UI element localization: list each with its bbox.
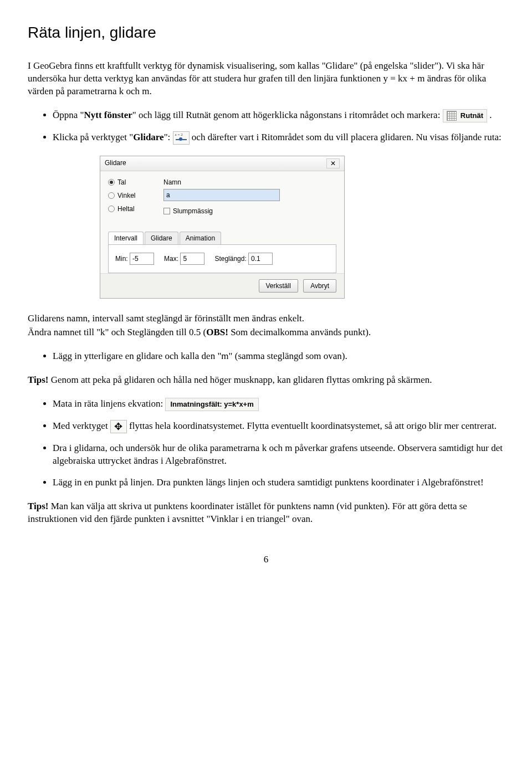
dialog-title: Glidare: [105, 158, 126, 168]
rutnat-menu-item: Rutnät: [443, 109, 487, 122]
slider-tool-icon: [173, 131, 190, 145]
bullet-input-equation: Mata in räta linjens ekvation: Inmatning…: [53, 398, 504, 411]
min-label: Min:: [115, 255, 128, 263]
max-input[interactable]: 5: [180, 253, 204, 265]
page-number: 6: [28, 553, 504, 566]
bullet-move-tool: Med verktyget ✥ flyttas hela koordinatsy…: [53, 420, 504, 433]
close-icon[interactable]: ✕: [326, 158, 340, 168]
bullet-open-window: Öppna "Nytt fönster" och lägg till Rutnä…: [53, 109, 504, 122]
name-label: Namn: [163, 178, 336, 187]
random-checkbox[interactable]: Slumpmässig: [163, 207, 336, 216]
slider-dialog: Glidare ✕ Tal Vinkel Heltal Namn a Slump…: [100, 156, 345, 299]
grid-icon: [447, 111, 457, 121]
step-input[interactable]: 0.1: [248, 253, 273, 265]
move-graphics-icon: ✥: [110, 420, 127, 433]
max-label: Max:: [164, 255, 178, 263]
tips-2: Tips! Man kan välja att skriva ut punkte…: [28, 500, 504, 526]
intro-paragraph: I GeoGebra finns ett kraftfullt verktyg …: [28, 60, 504, 98]
bullet-drag-sliders: Dra i glidarna, och undersök hur de olik…: [53, 442, 504, 468]
tab-glidare[interactable]: Glidare: [145, 232, 178, 244]
radio-vinkel[interactable]: Vinkel: [108, 191, 152, 200]
step-label: Steglängd:: [214, 255, 246, 263]
radio-tal[interactable]: Tal: [108, 178, 152, 187]
bullet-add-m-slider: Lägg in ytterligare en glidare och kalla…: [53, 350, 504, 363]
radio-heltal[interactable]: Heltal: [108, 204, 152, 213]
post-dialog-text-1: Glidarens namn, intervall samt steglängd…: [28, 312, 504, 325]
cancel-button[interactable]: Avbryt: [303, 279, 336, 293]
bullet-add-point: Lägg in en punkt på linjen. Dra punkten …: [53, 476, 504, 489]
apply-button[interactable]: Verkställ: [259, 279, 298, 293]
tab-intervall[interactable]: Intervall: [108, 232, 144, 244]
input-field-snippet: Inmatningsfält: y=k*x+m: [165, 398, 258, 411]
name-input[interactable]: a: [163, 189, 280, 201]
tab-animation[interactable]: Animation: [180, 232, 221, 244]
min-input[interactable]: -5: [130, 253, 154, 265]
page-title: Räta linjen, glidare: [28, 22, 504, 43]
post-dialog-text-2: Ändra namnet till "k" och Steglängden ti…: [28, 326, 504, 339]
bullet-slider-tool: Klicka på verktyget "Glidare": och däref…: [53, 131, 504, 145]
tips-1: Tips! Genom att peka på glidaren och hål…: [28, 374, 504, 387]
